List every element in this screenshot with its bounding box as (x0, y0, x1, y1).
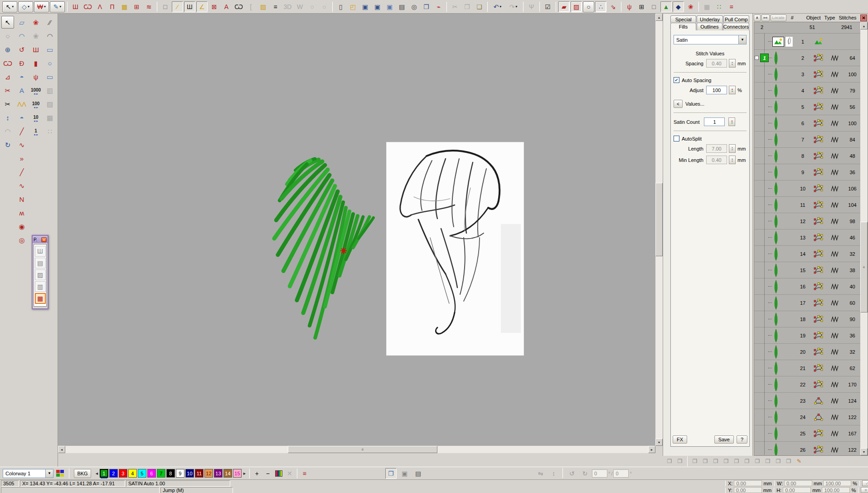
length-input[interactable]: 7.00 (706, 144, 727, 153)
color-chip[interactable]: 2 (109, 469, 118, 478)
pattern-motif-sample[interactable]: ▨ (35, 269, 46, 280)
save-file-button[interactable]: ▣ (359, 1, 371, 12)
dots-gray-tool[interactable]: ∷ (44, 125, 56, 137)
object-row[interactable]: 5 56 (754, 99, 860, 115)
scroll-right-button[interactable]: ► (648, 446, 655, 453)
value-1-tool[interactable]: 1 (29, 125, 42, 137)
color-chip[interactable]: 4 (128, 469, 137, 478)
group-button[interactable]: ❐ (690, 457, 700, 466)
column-stitch-tool[interactable]: Ѡ (82, 1, 93, 12)
vertical-scroll-thumb[interactable] (655, 183, 663, 256)
value-100-tool[interactable]: 100 (29, 98, 42, 110)
object-row[interactable]: 13 46 (754, 229, 860, 246)
tab-special[interactable]: Special (670, 15, 696, 23)
object-row[interactable]: 26 122 (754, 442, 860, 455)
measure-tool[interactable]: ⊿ (1, 70, 14, 83)
select-arrow-tool[interactable]: ↖ (1, 16, 14, 29)
color-film-toggle[interactable]: ≡ (726, 1, 737, 12)
stitched-wing-design[interactable] (272, 157, 377, 344)
chevron-down-icon[interactable]: ▼ (738, 35, 746, 44)
thumbnail-toggle[interactable]: ❀ (685, 1, 696, 12)
scissors-fork-tool[interactable]: ✂ (1, 98, 14, 110)
skew-angle-input[interactable]: 0 (613, 469, 629, 478)
values-back-button[interactable]: < (674, 100, 683, 108)
tatami-fill-tool[interactable]: ▩ (119, 1, 130, 12)
flower-motif-tool[interactable]: ❀ (29, 16, 42, 29)
sculpture-run-tool[interactable]: ╱ (15, 166, 28, 178)
object-row[interactable]: 14 32 (754, 246, 860, 262)
travel-updown-tool[interactable]: ↕ (1, 111, 14, 124)
hatch-view-toggle[interactable]: ▨ (571, 1, 582, 12)
pattern-satin-sample[interactable]: Ш (35, 246, 46, 257)
color-chip[interactable]: 12 (204, 469, 213, 478)
angle-lines-tool[interactable]: ∠ (196, 1, 208, 12)
stitch-type-dropdown[interactable]: Satin ▼ (674, 35, 747, 44)
color-chip[interactable]: 1 (100, 469, 108, 478)
film-copy-button[interactable]: ❐ (675, 457, 685, 466)
object-row[interactable]: 11 104 (754, 197, 860, 213)
pen-digitize-tool[interactable]: ✎ (50, 1, 65, 12)
arc-shape-tool[interactable]: ◠ (44, 29, 56, 42)
canvas-vertical-scrollbar[interactable]: ▲ ▼ (655, 14, 663, 446)
cancel-color-button[interactable]: ✕ (284, 469, 295, 478)
remove-color-button[interactable]: − (262, 469, 273, 478)
density-tool[interactable]: ▮ (29, 57, 42, 69)
tab-pull-comp[interactable]: Pull Comp (723, 15, 749, 23)
flip-vertical-button[interactable]: ↕ (548, 468, 559, 479)
object-row[interactable]: 15 38 (754, 262, 860, 278)
image-prep-button[interactable]: ▦ (701, 1, 713, 12)
object-row[interactable]: 6 100 (754, 115, 860, 132)
scissors-stitch-tool[interactable]: ✂ (1, 84, 14, 97)
palette-editor-icon[interactable] (56, 470, 64, 477)
hide-object-button[interactable]: ❐ (732, 457, 742, 466)
spacing-input[interactable]: 0.40 (706, 59, 727, 68)
save-as-button[interactable]: ▣ (372, 1, 383, 12)
bracket-tool[interactable]: [ (245, 1, 257, 12)
satin-stitch-tool[interactable]: Ш (70, 1, 81, 12)
auto-spacing-checkbox[interactable] (674, 77, 679, 83)
tab-fills[interactable]: Fills (670, 23, 696, 30)
locate-button[interactable]: Locate (771, 15, 786, 21)
tab-connectors[interactable]: Connectors (723, 23, 749, 30)
color-chip[interactable]: 9 (176, 469, 184, 478)
unlock-button[interactable]: ❐ (721, 457, 731, 466)
color-film-button[interactable]: ≡ (299, 469, 310, 478)
horizontal-scroll-thumb[interactable]: ≡ (288, 446, 437, 453)
kaleidoscope-tool[interactable]: ΛΛ (15, 98, 28, 110)
e-stitch-tool[interactable]: Π (107, 1, 118, 12)
values-label[interactable]: Values... (685, 101, 704, 107)
dome-reshape-tool[interactable]: ◠ (15, 29, 28, 42)
object-row[interactable]: 9 36 (754, 164, 860, 181)
reference-image[interactable] (387, 142, 524, 355)
object-row[interactable]: 10 106 (754, 181, 860, 197)
object-row[interactable]: 8 48 (754, 148, 860, 164)
stitch-gray-tool[interactable]: ▨ (44, 98, 56, 110)
object-row[interactable]: 19 36 (754, 327, 860, 344)
stitch-select-tool[interactable]: Ѡ (1, 57, 14, 69)
design-view-toggle[interactable]: ◆ (673, 1, 684, 12)
redo-button[interactable]: ↷ (506, 1, 521, 12)
color-chip-indicator[interactable]: 1 (760, 54, 769, 62)
object-row[interactable]: 7 84 (754, 132, 860, 148)
select-tool[interactable]: ↖ (2, 1, 17, 12)
copy-button[interactable]: ❐ (461, 1, 473, 12)
scroll-up-button[interactable]: ▲ (655, 14, 663, 21)
motif-run-tool[interactable]: N (15, 193, 28, 205)
scroll-left-button[interactable]: ◄ (58, 446, 65, 453)
apply-transform-button[interactable]: ✓ (862, 480, 868, 486)
oval-tool[interactable]: ○ (44, 57, 56, 69)
length-spinner[interactable] (729, 144, 736, 153)
color-chip[interactable]: 15 (233, 469, 242, 478)
circle-star-tool[interactable]: ◉ (15, 220, 28, 233)
object-row[interactable]: 16 40 (754, 278, 860, 295)
zigzag-stitch-tool[interactable]: Λ (94, 1, 106, 12)
object-row[interactable]: 25 167 (754, 425, 860, 442)
object-row[interactable]: 3 100 (754, 66, 860, 83)
collapse-all-button[interactable]: ∧ (754, 15, 761, 21)
ungroup-button[interactable]: ❐ (700, 457, 710, 466)
scale-h-input[interactable]: 100.00 (822, 487, 850, 493)
chips-scroll-left[interactable]: ◄ (95, 471, 99, 476)
connection-manager-button[interactable]: ⌁ (433, 1, 444, 12)
dot-fill-tool[interactable]: □ (160, 1, 171, 12)
scale-w-input[interactable]: 100.00 (823, 480, 851, 486)
